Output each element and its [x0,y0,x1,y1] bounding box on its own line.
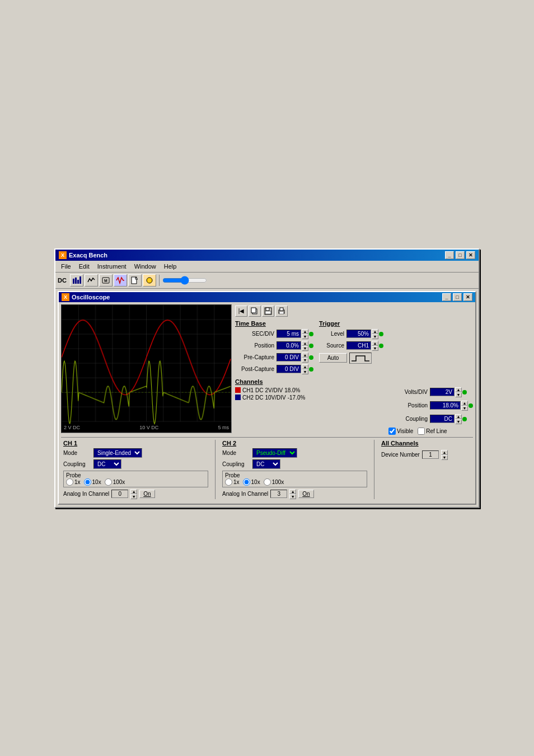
pre-capture-up[interactable]: ▲ [302,353,308,358]
source-input[interactable] [346,341,371,350]
refline-checkbox[interactable] [418,428,425,435]
minimize-button[interactable]: _ [445,251,454,259]
all-position-up[interactable]: ▲ [461,401,468,406]
ch1-probe-10x: 10x [84,478,101,486]
tb-connect-button[interactable]: ⚡ [143,274,156,287]
tb-file-button[interactable] [128,274,142,287]
osc-minimize-button[interactable]: _ [442,293,451,301]
pre-capture-input[interactable] [277,353,301,361]
channels-title: Channels [235,378,473,385]
level-up[interactable]: ▲ [372,329,378,334]
ch1-coupling-row: Coupling DC [63,459,208,469]
post-capture-input[interactable] [277,365,301,373]
ch1-mode-select[interactable]: Single-Ended [93,448,142,458]
ch1-probe-100x-radio[interactable] [105,478,112,486]
all-position-down[interactable]: ▼ [461,406,468,411]
ch1-probe-10x-radio[interactable] [84,478,91,486]
level-field: ▲ ▼ [346,329,383,339]
ch1-on-button[interactable]: On [139,490,154,498]
post-capture-row: Post-Capture ▲ ▼ [235,364,313,374]
svg-text:M: M [104,279,107,283]
level-down[interactable]: ▼ [372,334,378,339]
all-coupling-down[interactable]: ▼ [455,419,462,424]
osc-print-button[interactable] [275,306,288,317]
ch2-analog-down[interactable]: ▼ [289,494,296,499]
auto-button[interactable]: Auto [319,353,347,363]
ch1-coupling-label: Coupling [63,461,91,467]
tb-scope-button[interactable] [114,274,127,287]
dc-label: DC [58,277,67,284]
source-indicator [379,344,383,348]
ch2-probe-10x-radio[interactable] [243,478,250,486]
post-capture-down[interactable]: ▼ [302,369,308,374]
tb-multimeter-button[interactable]: M [99,274,113,287]
menu-help[interactable]: Help [161,262,180,271]
volts-div-up[interactable]: ▲ [455,387,462,392]
device-down[interactable]: ▼ [441,455,448,460]
sec-div-down[interactable]: ▼ [302,334,308,339]
menu-instrument[interactable]: Instrument [94,262,130,271]
ch2-mode-select[interactable]: Pseudo-Diff [252,448,297,458]
post-capture-indicator [309,367,313,372]
level-input[interactable] [346,330,371,338]
refline-label: Ref Line [426,428,447,434]
osc-save-button[interactable] [262,306,274,317]
sec-div-up[interactable]: ▲ [302,329,308,334]
ch1-probe-100x: 100x [105,478,125,486]
toolbar-slider[interactable] [162,276,207,285]
ch1-position: 18.0% [284,387,300,393]
ch1-analog-up[interactable]: ▲ [130,489,137,494]
sec-div-input[interactable] [277,330,301,338]
channel-config-area: CH 1 Mode Single-Ended Coupling DC [61,437,473,501]
close-button[interactable]: ✕ [466,251,475,259]
osc-close-button[interactable]: ✕ [463,293,472,301]
menu-window[interactable]: Window [131,262,160,271]
ch2-on-button[interactable]: On [298,490,313,498]
ch2-probe-100x-radio[interactable] [264,478,271,486]
menu-edit[interactable]: Edit [76,262,93,271]
osc-copy-button[interactable] [249,306,261,317]
pre-capture-down[interactable]: ▼ [302,358,308,363]
all-position-input[interactable] [430,401,461,410]
ch1-probe-radios: 1x 10x 100x [66,478,205,486]
position-input[interactable] [277,341,301,350]
source-up[interactable]: ▲ [372,341,378,346]
ch1-coupling: DC [255,387,263,393]
ch1-probe-1x-radio[interactable] [66,478,73,486]
all-coupling-field: ▲ ▼ [430,414,467,424]
maximize-button[interactable]: □ [456,251,465,259]
level-indicator [379,332,383,336]
ch1-coupling-select[interactable]: DC [93,459,121,469]
pre-capture-field: ▲ ▼ [277,353,313,363]
ch2-analog-input[interactable] [270,490,287,498]
ch1-analog-input[interactable] [111,490,128,498]
position-down[interactable]: ▼ [302,346,308,351]
device-label: Device Number [381,452,420,458]
ch2-coupling-select[interactable]: DC [252,459,280,469]
ch1-probe-group: Probe 1x 10x [63,471,208,487]
volts-div-down[interactable]: ▼ [455,392,462,397]
ch2-coupling: DC [255,395,263,401]
visible-checkbox[interactable] [388,428,396,435]
ch2-analog-up[interactable]: ▲ [289,489,296,494]
osc-maximize-button[interactable]: □ [453,293,462,301]
all-coupling-input[interactable] [430,415,455,423]
ch1-mode-row: Mode Single-Ended [63,448,208,458]
device-row: Device Number ▲ ▼ [381,450,471,460]
ch2-probe-1x-radio[interactable] [225,478,232,486]
volts-div-input[interactable] [430,388,455,396]
waveform-label-right: 5 ms [218,425,229,430]
device-input[interactable] [422,450,439,459]
post-capture-up[interactable]: ▲ [302,364,308,369]
ch1-color [235,387,241,393]
ch2-color [235,395,241,400]
ch1-analog-down[interactable]: ▼ [130,494,137,499]
tb-chart2-button[interactable] [85,274,98,287]
source-down[interactable]: ▼ [372,346,378,351]
all-coupling-up[interactable]: ▲ [455,414,462,419]
position-up[interactable]: ▲ [302,341,308,346]
menu-file[interactable]: File [58,262,74,271]
tb-chart1-button[interactable] [70,274,83,287]
device-up[interactable]: ▲ [441,450,448,455]
osc-rewind-button[interactable]: |◀ [235,306,247,317]
